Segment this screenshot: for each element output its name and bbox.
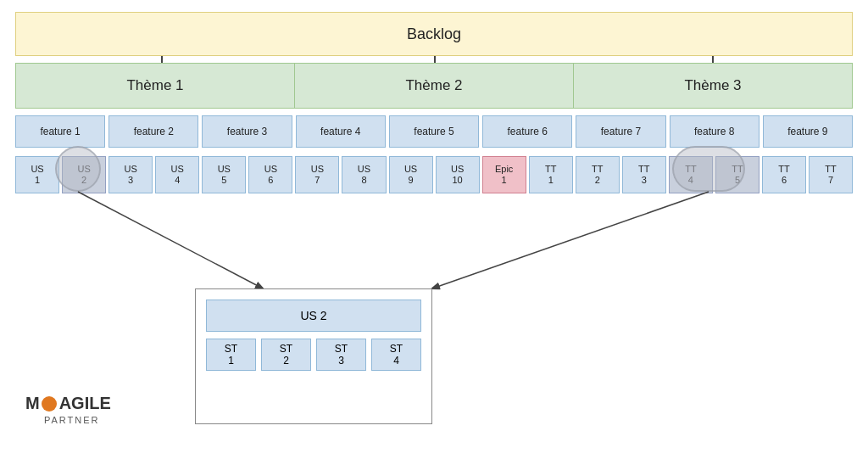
detail-st3: ST 3 [316,339,366,371]
item-us4: US 4 [155,156,199,193]
detail-box: US 2 ST 1 ST 2 ST 3 ST 4 [195,288,432,424]
detail-st4: ST 4 [371,339,421,371]
feature-6: feature 6 [482,115,572,148]
item-us3: US 3 [108,156,153,193]
item-us8: US 8 [342,156,386,193]
theme-3: Thème 3 [574,64,852,108]
logo-circle-icon [42,396,57,412]
circle-us2 [55,146,101,192]
detail-us-label: US 2 [206,300,421,332]
item-tt6: TT 6 [762,156,806,193]
item-us7: US 7 [295,156,339,193]
item-tt2: TT 2 [576,156,620,193]
feature-3: feature 3 [202,115,292,148]
feature-5: feature 5 [389,115,479,148]
item-tt1: TT 1 [529,156,573,193]
item-tt7: TT 7 [809,156,853,193]
item-epic1: Epic 1 [482,156,526,193]
item-us9: US 9 [389,156,433,193]
item-us6: US 6 [248,156,292,193]
feature-9: feature 9 [763,115,853,148]
backlog-banner: Backlog [15,12,853,56]
themes-row: Thème 1 Thème 2 Thème 3 [15,63,853,109]
feature-2: feature 2 [108,115,198,148]
logo-top: M AGILE [25,394,111,413]
item-us1: US 1 [15,156,59,193]
detail-st2: ST 2 [261,339,311,371]
logo-partner-text: PARTNER [44,415,100,425]
feature-4: feature 4 [296,115,386,148]
features-row: feature 1 feature 2 feature 3 feature 4 … [15,115,853,148]
svg-line-1 [432,192,709,288]
backlog-label: Backlog [407,25,461,43]
logo-agile-text: AGILE [59,394,111,413]
feature-8: feature 8 [670,115,760,148]
detail-st1: ST 1 [206,339,256,371]
svg-line-0 [78,192,263,288]
feature-7: feature 7 [576,115,665,148]
circle-tt45 [672,146,745,192]
theme-1: Thème 1 [16,64,295,108]
logo: M AGILE PARTNER [25,394,111,425]
item-tt3: TT 3 [622,156,666,193]
detail-subtasks-row: ST 1 ST 2 ST 3 ST 4 [206,339,421,371]
logo-m: M [25,394,40,413]
feature-1: feature 1 [15,115,105,148]
item-us5: US 5 [202,156,246,193]
item-us10: US 10 [436,156,480,193]
theme-2: Thème 2 [295,64,574,108]
